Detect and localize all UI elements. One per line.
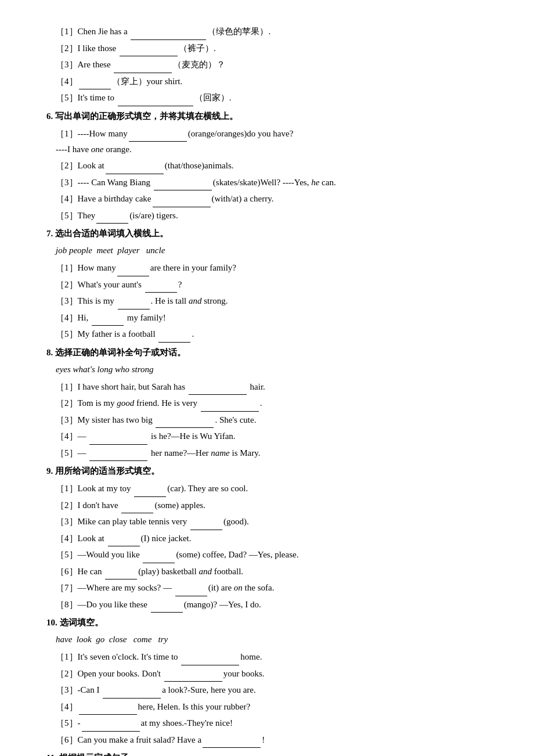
item-9-2: ［2］I don't have (some) apples. bbox=[56, 497, 488, 514]
text-5-5: It's time to bbox=[78, 93, 117, 102]
item-6-2: ［2］Look at(that/those)animals. bbox=[56, 157, 488, 174]
blank-5-5 bbox=[118, 106, 193, 106]
item-10-6: ［6］Can you make a fruit salad? Have a! bbox=[56, 732, 488, 748]
item-9-4: ［4］Look at (I) nice jacket. bbox=[56, 530, 488, 547]
blank-6-5 bbox=[96, 223, 128, 224]
section-10: 10. 选词填空。 have look go close come try ［1… bbox=[46, 615, 488, 748]
text-5-2: I like those bbox=[78, 44, 118, 53]
blank-6-1 bbox=[129, 141, 187, 142]
item-5-2: ［2］I like those （裤子）. bbox=[56, 40, 488, 57]
text-5-1: Chen Jie has a bbox=[78, 27, 130, 36]
blank-8-5 bbox=[89, 460, 147, 461]
text-5-3: Are these bbox=[78, 60, 113, 69]
item-7-4: ［4］Hi, my family! bbox=[56, 309, 488, 326]
item-7-3: ［3］This is my . He is tall and strong. bbox=[56, 293, 488, 309]
section-10-wordbank: have look go close come try bbox=[56, 632, 488, 647]
item-8-1: ［1］I have short hair, but Sarah has hair… bbox=[56, 379, 488, 395]
item-9-5: ［5］—Would you like (some) coffee, Dad? —… bbox=[56, 546, 488, 563]
item-8-4: ［4］— is he?—He is Wu Yifan. bbox=[56, 428, 488, 445]
section-10-title: 10. 选词填空。 bbox=[46, 615, 488, 631]
blank-7-5 bbox=[158, 342, 190, 343]
blank-9-8 bbox=[151, 612, 183, 613]
section-11-title: 11. 根据提示完成句子。 bbox=[46, 750, 488, 756]
item-10-5: ［5］-at my shoes.-They're nice! bbox=[56, 715, 488, 732]
item-5-1: ［1］Chen Jie has a （绿色的苹果）. bbox=[56, 23, 488, 40]
item-9-3: ［3］Mike can play table tennis very (good… bbox=[56, 513, 488, 530]
item-5-4: ［4］（穿上）your shirt. bbox=[56, 73, 488, 90]
item-10-2: ［2］Open your books. Don't your books. bbox=[56, 665, 488, 682]
section-5: ［1］Chen Jie has a （绿色的苹果）. ［2］I like tho… bbox=[46, 23, 488, 106]
item-10-3: ［3］-Can I a look?-Sure, here you are. bbox=[56, 682, 488, 699]
item-6-4: ［4］Have a birthday cake(with/at) a cherr… bbox=[56, 190, 488, 207]
section-8-title: 8. 选择正确的单词补全句子或对话。 bbox=[46, 345, 488, 361]
section-6-title: 6. 写出单词的正确形式填空，并将其填在横线上。 bbox=[46, 109, 488, 124]
section-7: 7. 选出合适的单词填入横线上。 job people meet player … bbox=[46, 226, 488, 343]
item-9-7: ［7］—Where are my socks? — (it) are on th… bbox=[56, 579, 488, 596]
item-6-1-sub: ----I have one orange. bbox=[56, 142, 488, 157]
item-9-8: ［8］—Do you like these (mango)? —Yes, I d… bbox=[56, 596, 488, 613]
item-10-4: ［4］here, Helen. Is this your rubber? bbox=[56, 699, 488, 715]
item-8-5: ［5］— her name?—Her name is Mary. bbox=[56, 445, 488, 462]
item-7-1: ［1］How manyare there in your family? bbox=[56, 260, 488, 276]
section-9: 9. 用所给词的适当形式填空。 ［1］Look at my toy (car).… bbox=[46, 463, 488, 613]
item-9-6: ［6］He can (play) basketball and football… bbox=[56, 563, 488, 580]
blank-9-3 bbox=[190, 530, 222, 530]
item-8-3: ［3］My sister has two big . She's cute. bbox=[56, 412, 488, 429]
section-7-wordbank: job people meet player uncle bbox=[56, 243, 488, 258]
section-7-title: 7. 选出合适的单词填入横线上。 bbox=[46, 226, 488, 242]
item-7-2: ［2］What's your aunt's ? bbox=[56, 276, 488, 293]
section-8: 8. 选择正确的单词补全句子或对话。 eyes what's long who … bbox=[46, 345, 488, 462]
item-7-5: ［5］My father is a football . bbox=[56, 326, 488, 343]
item-6-3: ［3］---- Can Wang Biang (skates/skate)Wel… bbox=[56, 174, 488, 191]
section-11: 11. 根据提示完成句子。 bbox=[46, 750, 488, 756]
item-6-1: ［1］----How many(orange/oranges)do you ha… bbox=[56, 125, 488, 142]
section-9-title: 9. 用所给词的适当形式填空。 bbox=[46, 463, 488, 479]
item-6-5: ［5］They(is/are) tigers. bbox=[56, 207, 488, 224]
item-8-2: ［2］Tom is my good friend. He is very . bbox=[56, 395, 488, 412]
blank-10-6 bbox=[203, 747, 261, 748]
section-6: 6. 写出单词的正确形式填空，并将其填在横线上。 ［1］----How many… bbox=[46, 109, 488, 224]
section-8-wordbank: eyes what's long who strong bbox=[56, 362, 488, 377]
item-10-1: ［1］It's seven o'clock. It's time to home… bbox=[56, 649, 488, 665]
item-5-3: ［3］Are these （麦克的）？ bbox=[56, 56, 488, 73]
item-9-1: ［1］Look at my toy (car). They are so coo… bbox=[56, 480, 488, 497]
item-5-5: ［5］It's time to （回家）. bbox=[56, 89, 488, 106]
